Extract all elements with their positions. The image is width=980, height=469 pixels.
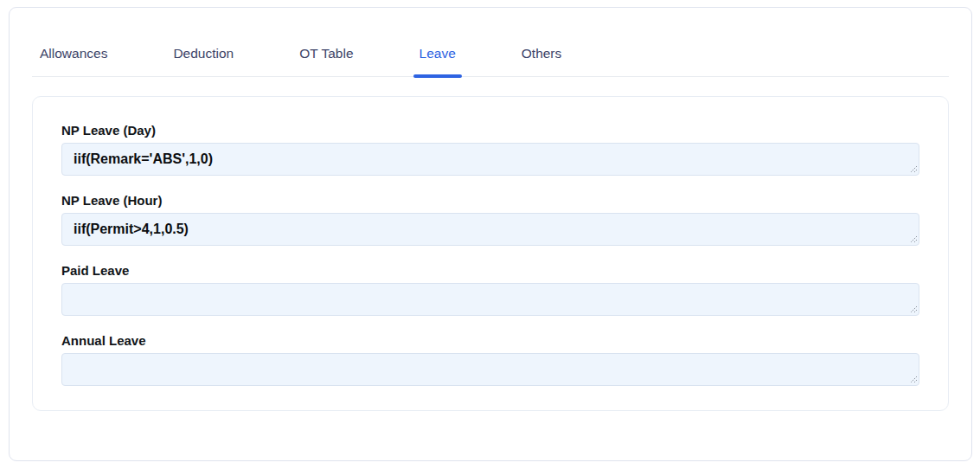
np-leave-hour-input[interactable]: iif(Permit>4,1,0.5): [61, 213, 919, 246]
annual-leave-label: Annual Leave: [61, 333, 919, 349]
paid-leave-input-wrap: [61, 283, 919, 316]
np-leave-day-input-wrap: iif(Remark='ABS',1,0): [61, 143, 919, 176]
tab-deduction[interactable]: Deduction: [173, 46, 234, 61]
field-np-leave-hour: NP Leave (Hour) iif(Permit>4,1,0.5): [61, 193, 919, 246]
np-leave-day-label: NP Leave (Day): [61, 123, 919, 138]
annual-leave-input-wrap: [61, 353, 919, 386]
tab-bar: Allowances Deduction OT Table Leave Othe…: [32, 46, 949, 77]
np-leave-hour-label: NP Leave (Hour): [61, 193, 919, 209]
np-leave-day-input[interactable]: iif(Remark='ABS',1,0): [61, 143, 919, 176]
annual-leave-input[interactable]: [61, 353, 919, 386]
paid-leave-input[interactable]: [61, 283, 919, 316]
np-leave-hour-input-wrap: iif(Permit>4,1,0.5): [61, 213, 919, 246]
leave-formulas-panel: NP Leave (Day) iif(Remark='ABS',1,0) NP …: [32, 96, 949, 411]
settings-card: Allowances Deduction OT Table Leave Othe…: [9, 7, 972, 461]
field-paid-leave: Paid Leave: [61, 263, 919, 316]
tab-others[interactable]: Others: [522, 46, 562, 61]
paid-leave-label: Paid Leave: [61, 263, 919, 279]
tab-ot-table[interactable]: OT Table: [299, 46, 353, 61]
field-np-leave-day: NP Leave (Day) iif(Remark='ABS',1,0): [61, 123, 919, 176]
field-annual-leave: Annual Leave: [61, 333, 919, 386]
tab-allowances[interactable]: Allowances: [40, 46, 107, 61]
tab-leave[interactable]: Leave: [420, 46, 456, 61]
